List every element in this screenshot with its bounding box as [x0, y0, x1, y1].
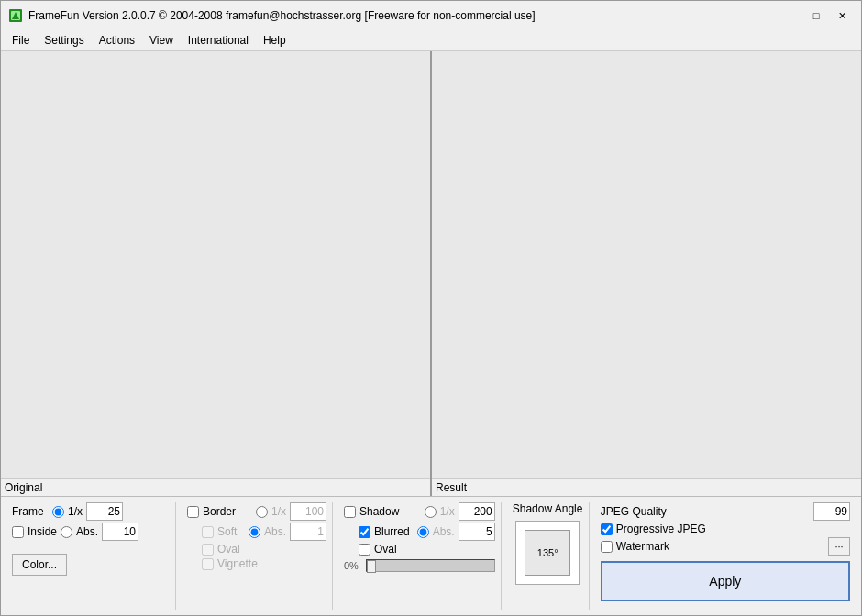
border-checkbox[interactable] — [187, 506, 199, 518]
jpeg-quality-label: JPEG Quality — [601, 505, 810, 518]
color-button[interactable]: Color... — [12, 554, 67, 576]
shadow-angle-value: 135° — [525, 530, 570, 576]
menu-file[interactable]: File — [5, 32, 37, 49]
shadow-blurred-checkbox[interactable] — [359, 526, 370, 538]
original-label: Original — [1, 478, 430, 496]
frame-color-row: Color... — [12, 552, 170, 576]
window-title: FrameFun Version 2.0.0.7 © 2004-2008 fra… — [28, 9, 536, 22]
frame-radio-abs-label: Abs. — [76, 525, 98, 538]
minimize-button[interactable]: — — [779, 4, 802, 28]
border-header-row: Border 1/x — [187, 502, 326, 521]
shadow-blurred-label: Blurred — [374, 525, 410, 538]
frame-group: Frame 1/x Inside Abs. Color... — [6, 502, 176, 610]
frame-row2: Inside Abs. — [12, 522, 170, 541]
watermark-dots-button[interactable]: ··· — [828, 537, 850, 556]
menu-bar: File Settings Actions View International… — [1, 30, 861, 50]
border-vignette-row: Vignette — [202, 557, 326, 570]
shadow-slider-thumb[interactable] — [367, 560, 376, 573]
progressive-row: Progressive JPEG — [601, 522, 850, 535]
main-window: FrameFun Version 2.0.0.7 © 2004-2008 fra… — [0, 0, 862, 616]
menu-view[interactable]: View — [142, 32, 181, 49]
shadow-header-row: Shadow 1/x — [344, 502, 495, 521]
frame-radio-1x[interactable] — [52, 506, 64, 518]
close-button[interactable]: ✕ — [830, 4, 854, 28]
shadow-value1[interactable] — [459, 502, 495, 521]
border-oval-checkbox[interactable] — [202, 544, 214, 556]
title-bar: FrameFun Version 2.0.0.7 © 2004-2008 fra… — [1, 1, 861, 30]
frame-value2[interactable] — [102, 522, 138, 541]
border-soft-checkbox[interactable] — [202, 526, 214, 538]
shadow-radio-abs-label: Abs. — [433, 525, 455, 538]
frame-radio-1x-label: 1/x — [68, 505, 83, 518]
border-vignette-checkbox[interactable] — [202, 558, 214, 570]
shadow-oval-checkbox[interactable] — [359, 544, 370, 556]
border-group: Border 1/x Soft Abs. Oval Vignette — [182, 502, 333, 610]
shadow-angle-label: Shadow Angle — [513, 502, 583, 515]
border-oval-row: Oval — [202, 543, 326, 556]
inside-checkbox[interactable] — [12, 526, 24, 538]
frame-label: Frame — [12, 505, 49, 518]
border-label: Border — [203, 505, 239, 518]
menu-actions[interactable]: Actions — [92, 32, 142, 49]
bottom-controls: Frame 1/x Inside Abs. Color... Border — [1, 496, 861, 615]
shadow-group: Shadow 1/x Blurred Abs. Oval 0% — [338, 502, 502, 610]
shadow-percent: 0% — [344, 560, 359, 571]
canvas-area: Original Result — [1, 50, 861, 496]
shadow-radio-1x-label: 1/x — [440, 505, 455, 518]
jpeg-quality-row: JPEG Quality — [601, 502, 850, 521]
maximize-button[interactable]: □ — [804, 4, 828, 28]
shadow-slider[interactable] — [366, 559, 495, 572]
border-oval-label: Oval — [217, 543, 240, 556]
watermark-row: Watermark ··· — [601, 537, 850, 556]
border-value1[interactable] — [290, 502, 326, 521]
frame-radio-abs[interactable] — [61, 526, 72, 538]
watermark-checkbox[interactable] — [601, 541, 613, 553]
original-canvas: Original — [1, 51, 432, 496]
shadow-label: Shadow — [359, 505, 399, 518]
frame-row1: Frame 1/x — [12, 502, 170, 521]
menu-help[interactable]: Help — [256, 32, 293, 49]
shadow-angle-group: Shadow Angle 135° — [507, 502, 590, 610]
shadow-oval-row: Oval — [359, 543, 495, 556]
shadow-checkbox[interactable] — [344, 506, 356, 518]
border-radio-abs-label: Abs. — [264, 525, 286, 538]
frame-value1[interactable] — [86, 502, 123, 521]
border-value2[interactable] — [290, 522, 326, 541]
shadow-blurred-row: Blurred Abs. — [359, 522, 495, 541]
progressive-label: Progressive JPEG — [616, 522, 850, 535]
apply-button[interactable]: Apply — [601, 561, 850, 601]
shadow-value2[interactable] — [459, 522, 495, 541]
border-radio-abs[interactable] — [249, 526, 260, 538]
title-bar-left: FrameFun Version 2.0.0.7 © 2004-2008 fra… — [8, 8, 536, 23]
result-label: Result — [432, 478, 861, 496]
border-soft-row: Soft Abs. — [202, 522, 326, 541]
border-vignette-label: Vignette — [217, 557, 258, 570]
title-bar-controls: — □ ✕ — [779, 4, 854, 28]
menu-international[interactable]: International — [181, 32, 256, 49]
shadow-angle-box[interactable]: 135° — [515, 521, 580, 585]
app-icon — [8, 8, 23, 23]
jpeg-quality-input[interactable] — [813, 502, 850, 521]
inside-label: Inside — [28, 525, 57, 538]
result-canvas: Result — [432, 51, 861, 496]
menu-settings[interactable]: Settings — [37, 32, 91, 49]
shadow-radio-abs[interactable] — [417, 526, 429, 538]
shadow-radio-1x[interactable] — [425, 506, 437, 518]
border-soft-label: Soft — [217, 525, 237, 538]
progressive-checkbox[interactable] — [601, 523, 613, 535]
watermark-label: Watermark — [616, 540, 824, 553]
border-radio-1x-label: 1/x — [271, 505, 286, 518]
jpeg-group: JPEG Quality Progressive JPEG Watermark … — [595, 502, 856, 610]
border-radio-1x[interactable] — [256, 506, 268, 518]
shadow-oval-label: Oval — [374, 543, 397, 556]
shadow-slider-row: 0% — [344, 559, 495, 572]
